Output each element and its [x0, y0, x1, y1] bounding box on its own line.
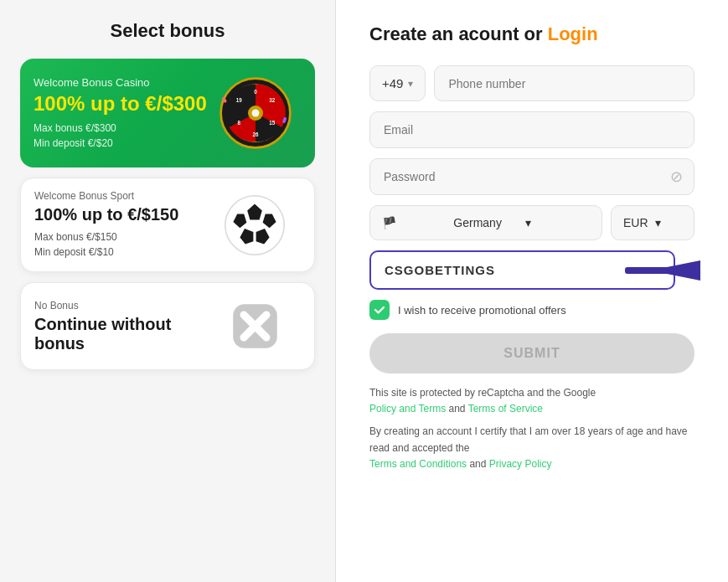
- footer-recaptcha: This site is protected by reCaptcha and …: [369, 385, 694, 417]
- nobonus-label: No Bonus: [34, 300, 209, 312]
- nobonus-amount: Continue without bonus: [34, 315, 209, 353]
- sport-bonus-image: [209, 192, 301, 259]
- svg-rect-23: [625, 267, 688, 274]
- phone-number-input[interactable]: [434, 65, 694, 101]
- sport-bonus-text: Welcome Bonus Sport 100% up to €/$150 Ma…: [34, 190, 209, 260]
- svg-text:32: 32: [269, 97, 276, 103]
- email-input[interactable]: [369, 111, 694, 148]
- promo-input-wrap: [369, 250, 675, 290]
- policy-terms-link[interactable]: Policy and Terms: [369, 403, 446, 415]
- chevron-down-icon: ▾: [408, 78, 413, 90]
- phone-row: +49 ▾: [369, 65, 694, 101]
- terms-service-link[interactable]: Terms of Service: [468, 403, 543, 415]
- terms-conditions-link[interactable]: Terms and Conditions: [369, 458, 467, 470]
- casino-bonus-card[interactable]: Welcome Bonus Casino 100% up to €/$300 M…: [20, 59, 315, 167]
- left-panel: Select bonus Welcome Bonus Casino 100% u…: [0, 0, 335, 582]
- svg-point-9: [252, 110, 260, 117]
- sport-bonus-label: Welcome Bonus Sport: [34, 190, 209, 202]
- sport-bonus-amount: 100% up to €/$150: [34, 205, 209, 224]
- nobonus-image: [209, 295, 301, 358]
- checkbox-row: I wish to receive promotional offers: [369, 300, 694, 320]
- svg-text:0: 0: [254, 89, 257, 95]
- phone-country-code: +49: [382, 76, 403, 90]
- sport-bonus-details: Max bonus €/$150 Min deposit €/$10: [34, 229, 209, 260]
- casino-bonus-details: Max bonus €/$300 Min deposit €/$20: [34, 121, 209, 151]
- svg-text:15: 15: [269, 120, 276, 126]
- privacy-policy-link[interactable]: Privacy Policy: [489, 458, 552, 470]
- right-panel: Create an acount or Login +49 ▾ ⊘ 🏴 Germ…: [336, 0, 728, 582]
- footer-age: By creating an account I certify that I …: [369, 424, 694, 472]
- promo-checkbox-label: I wish to receive promotional offers: [398, 304, 566, 317]
- country-currency-row: 🏴 Germany ▾ EUR ▾: [369, 205, 694, 240]
- password-input[interactable]: [369, 158, 694, 195]
- sport-bonus-card[interactable]: Welcome Bonus Sport 100% up to €/$150 Ma…: [20, 178, 315, 272]
- email-group: [369, 111, 694, 148]
- germany-flag-icon: 🏴: [382, 216, 447, 229]
- country-name: Germany: [453, 216, 518, 229]
- casino-bonus-image: 0 32 15 26 8 19: [209, 75, 302, 151]
- svg-text:19: 19: [236, 97, 243, 103]
- country-chevron-icon: ▾: [525, 216, 590, 229]
- currency-value: EUR: [623, 216, 648, 229]
- promo-arrow-icon: [625, 255, 700, 286]
- eye-slash-icon[interactable]: ⊘: [670, 167, 683, 186]
- phone-country-selector[interactable]: +49 ▾: [369, 65, 426, 101]
- casino-bonus-text: Welcome Bonus Casino 100% up to €/$300 M…: [34, 76, 209, 151]
- promo-code-row: ×: [369, 250, 694, 290]
- svg-text:8: 8: [237, 120, 240, 126]
- password-group: ⊘: [369, 158, 694, 195]
- currency-selector[interactable]: EUR ▾: [611, 205, 694, 240]
- svg-text:26: 26: [252, 131, 259, 137]
- nobonus-text: No Bonus Continue without bonus: [34, 300, 209, 353]
- login-link[interactable]: Login: [548, 23, 598, 44]
- checkmark-icon: [374, 304, 385, 316]
- submit-button[interactable]: SUBMIT: [369, 333, 694, 373]
- section-title: Select bonus: [20, 20, 315, 42]
- promo-checkbox[interactable]: [369, 300, 390, 320]
- form-title: Create an acount or Login: [369, 23, 694, 45]
- currency-chevron-icon: ▾: [655, 216, 661, 229]
- casino-bonus-label: Welcome Bonus Casino: [34, 76, 209, 89]
- casino-bonus-amount: 100% up to €/$300: [34, 92, 209, 116]
- nobonus-card[interactable]: No Bonus Continue without bonus: [20, 282, 315, 370]
- country-selector[interactable]: 🏴 Germany ▾: [369, 205, 602, 240]
